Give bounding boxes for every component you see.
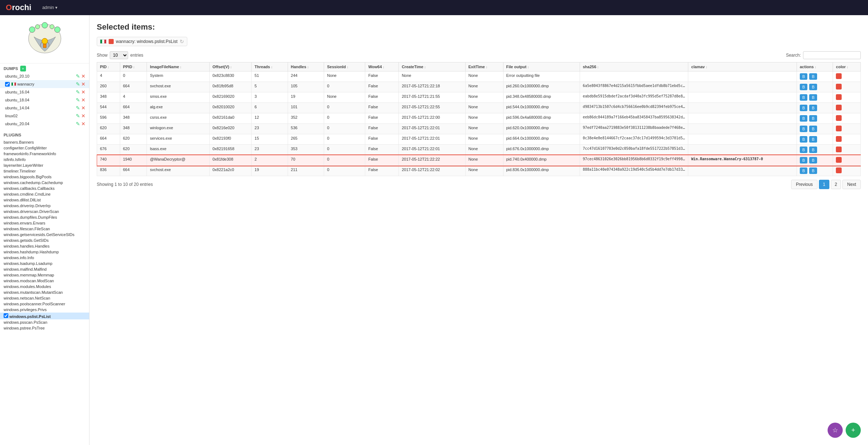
plugin-item-windows-cmdline-CmdLine[interactable]: windows.cmdline.CmdLine — [0, 191, 89, 197]
plugin-item-frameworkinfo-FrameworkInfo[interactable]: frameworkinfo.FrameworkInfo — [0, 151, 89, 157]
plugin-item-windows-driverscan-DriverScan[interactable]: windows.driverscan.DriverScan — [0, 209, 89, 214]
action-btn-1[interactable]: B — [800, 115, 807, 122]
dump-delete-icon[interactable]: ✕ — [81, 81, 86, 87]
col-sessionid[interactable]: SessionId — [324, 62, 365, 71]
sidebar-dump-ubuntu_18.04[interactable]: ubuntu_18.04 ✎ ✕ — [0, 96, 89, 104]
action-btn-1[interactable]: B — [800, 136, 807, 143]
action-btn-2[interactable]: B — [809, 94, 817, 101]
color-indicator[interactable] — [836, 84, 842, 90]
col-threads[interactable]: Threads — [252, 62, 288, 71]
col-createtime[interactable]: CreateTime — [399, 62, 466, 71]
plugin-item-configwriter-ConfigWriter[interactable]: configwriter.ConfigWriter — [0, 145, 89, 151]
col-clamav[interactable]: clamav — [688, 62, 797, 71]
color-indicator[interactable] — [836, 105, 842, 110]
action-btn-2[interactable]: B — [809, 84, 817, 90]
sidebar-dump-wannacry[interactable]: wannacry ✎ ✕ — [0, 80, 89, 88]
action-btn-1[interactable]: B — [800, 94, 807, 101]
entries-select[interactable]: 10 25 50 100 — [110, 51, 128, 59]
dump-checkbox[interactable] — [5, 82, 10, 87]
purple-icon-button[interactable]: ☆ — [828, 423, 843, 438]
col-handles[interactable]: Handles — [288, 62, 324, 71]
page-1-button[interactable]: 1 — [819, 180, 829, 189]
plugin-item-windows-bigpools-BigPools[interactable]: windows.bigpools.BigPools — [0, 174, 89, 180]
dump-delete-icon[interactable]: ✕ — [81, 97, 86, 103]
plugin-item-windows-modscan-ModScan[interactable]: windows.modscan.ModScan — [0, 278, 89, 284]
color-indicator[interactable] — [836, 73, 842, 79]
color-indicator[interactable] — [836, 147, 842, 152]
plugin-item-windows-driverirp-DriverIrp[interactable]: windows.driverirp.DriverIrp — [0, 203, 89, 209]
dump-delete-icon[interactable]: ✕ — [81, 89, 86, 95]
plugin-item-windows-poolscanner-PoolScanner[interactable]: windows.poolscanner.PoolScanner — [0, 301, 89, 307]
plugin-item-windows-netscan-NetScan[interactable]: windows.netscan.NetScan — [0, 295, 89, 301]
action-btn-2[interactable]: B — [809, 126, 817, 132]
action-btn-2[interactable]: B — [809, 73, 817, 80]
plugin-item-windows-info-Info[interactable]: windows.info.Info — [0, 255, 89, 261]
sidebar-dump-ubuntu_16.04[interactable]: ubuntu_16.04 ✎ ✕ — [0, 88, 89, 96]
action-btn-2[interactable]: B — [809, 157, 817, 163]
action-btn-1[interactable]: B — [800, 73, 807, 80]
plugin-item-windows-getservicesids-GetServiceSIDs[interactable]: windows.getservicesids.GetServiceSIDs — [0, 232, 89, 237]
col-ppid[interactable]: PPID — [120, 62, 147, 71]
dump-edit-icon[interactable]: ✎ — [76, 113, 80, 119]
col-fileoutput[interactable]: File output — [503, 62, 580, 71]
plugin-item-windows-pslist-PsList[interactable]: windows.pslist.PsList — [0, 313, 89, 319]
dump-delete-icon[interactable]: ✕ — [81, 73, 86, 79]
sidebar-dump-linux02[interactable]: linux02 ✎ ✕ — [0, 112, 89, 120]
dump-delete-icon[interactable]: ✕ — [81, 121, 86, 127]
color-indicator[interactable] — [836, 167, 842, 173]
plugin-item-windows-malfind-Malfind[interactable]: windows.malfind.Malfind — [0, 266, 89, 272]
plugin-item-windows-envars-Envars[interactable]: windows.envars.Envars — [0, 220, 89, 226]
sidebar-dump-ubuntu_20.10[interactable]: ubuntu_20.10 ✎ ✕ — [0, 72, 89, 80]
plugin-item-windows-dumpfiles-DumpFiles[interactable]: windows.dumpfiles.DumpFiles — [0, 214, 89, 220]
action-btn-2[interactable]: B — [809, 147, 817, 153]
action-btn-2[interactable]: B — [809, 105, 817, 111]
dump-edit-icon[interactable]: ✎ — [76, 121, 80, 127]
action-btn-1[interactable]: B — [800, 147, 807, 153]
plugin-item-windows-getsids-GetSIDs[interactable]: windows.getsids.GetSIDs — [0, 237, 89, 243]
action-btn-1[interactable]: B — [800, 105, 807, 111]
dump-delete-icon[interactable]: ✕ — [81, 113, 86, 119]
action-btn-1[interactable]: B — [800, 84, 807, 90]
col-actions[interactable]: actions — [797, 62, 833, 71]
plugin-item-windows-callbacks-Callbacks[interactable]: windows.callbacks.Callbacks — [0, 186, 89, 191]
plugin-item-windows-mutantscan-MutantScan[interactable]: windows.mutantscan.MutantScan — [0, 289, 89, 295]
color-indicator[interactable] — [836, 94, 842, 100]
previous-button[interactable]: Previous — [791, 180, 817, 189]
col-sha256[interactable]: sha256 — [580, 62, 688, 71]
sidebar-dump-ubuntu_20.04[interactable]: ubuntu_20.04 ✎ ✕ — [0, 120, 89, 128]
color-indicator[interactable] — [836, 115, 842, 121]
col-imagefilename[interactable]: ImageFileName — [147, 62, 209, 71]
color-indicator[interactable] — [836, 126, 842, 131]
plugin-checkbox[interactable] — [4, 313, 8, 318]
action-btn-2[interactable]: B — [809, 136, 817, 143]
col-color[interactable]: color — [833, 62, 861, 71]
col-wow64[interactable]: Wow64 — [365, 62, 399, 71]
action-btn-2[interactable]: B — [809, 115, 817, 122]
plugin-item-banners-Banners[interactable]: banners.Banners — [0, 139, 89, 145]
action-btn-1[interactable]: B — [800, 126, 807, 132]
action-btn-1[interactable]: B — [800, 167, 807, 174]
plugin-item-layerwriter-LayerWriter[interactable]: layerwriter.LayerWriter — [0, 162, 89, 168]
sidebar-dump-ubuntu_14.04[interactable]: ubuntu_14.04 ✎ ✕ — [0, 104, 89, 112]
plugin-item-windows-modules-Modules[interactable]: windows.modules.Modules — [0, 284, 89, 289]
col-offset[interactable]: Offset(V) — [209, 62, 252, 71]
admin-menu[interactable]: admin — [42, 5, 57, 10]
plugin-item-windows-privileges-Privs[interactable]: windows.privileges.Privs — [0, 307, 89, 313]
plugin-item-windows-memmap-Memmap[interactable]: windows.memmap.Memmap — [0, 272, 89, 278]
plugin-item-windows-dlllist-DllList[interactable]: windows.dlllist.DllList — [0, 197, 89, 203]
plugin-item-windows-hashdump-Hashdump[interactable]: windows.hashdump.Hashdump — [0, 249, 89, 255]
col-exittime[interactable]: ExitTime — [465, 62, 503, 71]
plugin-item-windows-filescan-FileScan[interactable]: windows.filescan.FileScan — [0, 226, 89, 232]
action-btn-1[interactable]: B — [800, 157, 807, 163]
dump-delete-icon[interactable]: ✕ — [81, 105, 86, 111]
dump-edit-icon[interactable]: ✎ — [76, 97, 80, 103]
action-btn-2[interactable]: B — [809, 167, 817, 174]
col-pid[interactable]: PID — [97, 62, 120, 71]
dump-edit-icon[interactable]: ✎ — [76, 73, 80, 79]
color-indicator[interactable] — [836, 136, 842, 142]
page-2-button[interactable]: 2 — [831, 180, 841, 189]
add-dump-button[interactable]: + — [20, 66, 26, 71]
green-icon-button[interactable]: + — [846, 423, 861, 438]
search-input[interactable] — [803, 51, 861, 59]
color-indicator[interactable] — [836, 157, 842, 163]
